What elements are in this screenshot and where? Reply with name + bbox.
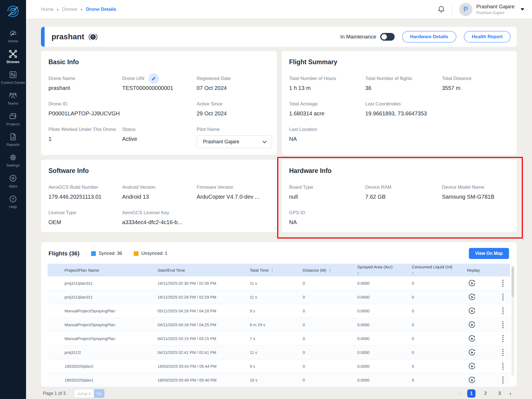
flight-project-plan: 18032025/plan2 xyxy=(65,364,158,369)
drone-name-title: prashant xyxy=(52,32,84,41)
table-row[interactable]: 18032025/plan1 18/03/2025 05:40 PM / 05:… xyxy=(48,373,510,387)
jump-to-input[interactable] xyxy=(74,389,94,398)
next-page-icon[interactable]: › xyxy=(510,391,511,397)
report-document-icon xyxy=(9,132,17,141)
basic-info-card: Basic Info Drone Name prashant Drone UIN… xyxy=(41,51,277,155)
col-total-time[interactable]: Total Time↑ xyxy=(250,268,303,273)
flight-sprayed-area: 0.0000 xyxy=(357,378,412,382)
view-on-map-button[interactable]: View On Map xyxy=(469,248,509,259)
breadcrumb: Home › Drones › Drone Details xyxy=(41,7,116,12)
flight-distance: 0 xyxy=(303,350,357,355)
flights-table-header: Project/Plan Name Start/End Time Total T… xyxy=(48,264,510,276)
breadcrumb-drones[interactable]: Drones xyxy=(62,7,77,12)
flight-project-plan: ManualProject/SprayingPlan xyxy=(65,323,158,327)
replay-icon[interactable] xyxy=(468,321,476,329)
table-row[interactable]: proj311/2 04/11/2025 02:41 PM / 02:41 PM… xyxy=(48,346,510,359)
health-report-button[interactable]: Health Report xyxy=(464,31,511,43)
flight-sprayed-area: 0.0000 xyxy=(357,281,412,286)
kebab-menu-icon[interactable] xyxy=(502,349,504,356)
edit-uin-pencil-icon[interactable] xyxy=(148,73,159,84)
field-gps-id: GPS ID NA xyxy=(289,210,365,226)
topbar: Home › Drones › Drone Details P Prashant… xyxy=(26,0,532,19)
kebab-menu-icon[interactable] xyxy=(502,321,504,329)
breadcrumb-drone-details[interactable]: Drone Details xyxy=(86,7,116,12)
page-button-1[interactable]: 1 xyxy=(467,389,476,398)
field-total-flights: Total Number of flights 36 xyxy=(365,76,442,91)
sidebar-item-help[interactable]: ? Help xyxy=(1,195,25,209)
notification-bell-icon[interactable] xyxy=(438,6,445,13)
sliders-icon xyxy=(9,70,17,79)
breadcrumb-home[interactable]: Home xyxy=(41,7,53,12)
info-icon[interactable] xyxy=(89,33,97,41)
replay-icon[interactable] xyxy=(468,279,476,287)
user-menu-chevron-down-icon[interactable] xyxy=(521,8,524,11)
replay-icon[interactable] xyxy=(468,376,476,384)
table-scrollbar[interactable] xyxy=(512,266,514,375)
flight-start-end-time: 18/11/2025 02:30 PM / 02:30 PM xyxy=(158,281,250,286)
page-button-2[interactable]: 2 xyxy=(481,389,490,398)
table-row[interactable]: ManualProject/SprayingPlan 04/11/2025 04… xyxy=(48,318,510,332)
app-logo[interactable] xyxy=(5,3,21,20)
replay-icon[interactable] xyxy=(468,348,476,357)
field-drone-name: Drone Name prashant xyxy=(48,76,122,91)
flight-distance: 0 xyxy=(303,336,357,341)
sidebar-item-drones[interactable]: Drones xyxy=(1,50,25,64)
sidebar-item-control-center[interactable]: Control Center xyxy=(1,70,25,85)
flight-project-plan: ManualProject/SprayingPlan xyxy=(65,309,158,313)
replay-icon[interactable] xyxy=(468,307,476,315)
flights-title: Flights (36) xyxy=(48,250,79,257)
chevron-down-icon xyxy=(263,139,267,145)
flight-distance: 0 xyxy=(303,281,357,286)
software-info-title: Software Info xyxy=(41,160,277,175)
table-row[interactable]: proj311/plan311 18/11/2025 02:30 PM / 02… xyxy=(48,276,510,290)
sort-arrow-icon: ↑ xyxy=(357,271,412,276)
col-sprayed-area[interactable]: Sprayed Area (Acr)↑ xyxy=(357,265,412,276)
folder-icon xyxy=(9,112,17,121)
go-button[interactable]: Go xyxy=(94,389,104,398)
hardware-details-button[interactable]: Hardware Details xyxy=(402,31,456,43)
col-start-end-time: Start/End Time xyxy=(158,268,250,273)
maintenance-toggle[interactable] xyxy=(380,33,395,41)
scrollbar-thumb[interactable] xyxy=(512,266,514,297)
replay-icon[interactable] xyxy=(468,335,476,343)
table-row[interactable]: 18032025/plan2 18/03/2025 05:43 PM / 05:… xyxy=(48,359,510,373)
kebab-menu-icon[interactable] xyxy=(502,293,504,301)
prev-page-icon[interactable]: ‹ xyxy=(460,391,461,397)
col-distance[interactable]: Distance (M)↑ xyxy=(303,268,357,273)
flight-total-time: 6 m 29 s xyxy=(250,323,303,327)
table-row[interactable]: ManualProject/SprayingPlan 04/11/2025 03… xyxy=(48,332,510,346)
sidebar-item-projects[interactable]: Projects xyxy=(1,112,25,127)
avatar[interactable]: P xyxy=(459,3,472,16)
kebab-menu-icon[interactable] xyxy=(502,362,504,370)
sidebar-item-label: Apps xyxy=(9,184,17,189)
col-consumed-liquid[interactable]: Consumed Liquid (ml)↑ xyxy=(412,265,467,276)
col-project-plan-name: Project/Plan Name xyxy=(65,268,158,273)
kebab-menu-icon[interactable] xyxy=(502,376,504,384)
sidebar-item-teams[interactable]: Teams xyxy=(1,91,25,106)
kebab-menu-icon[interactable] xyxy=(502,335,504,343)
page-button-3[interactable]: 3 xyxy=(495,389,504,398)
flight-project-plan: proj311/2 xyxy=(65,350,158,355)
flight-start-end-time: 18/03/2025 05:43 PM / 05:44 PM xyxy=(158,364,250,369)
flight-start-end-time: 05/11/2025 04:28 PM / 04:28 PM xyxy=(158,309,250,313)
breadcrumb-separator: › xyxy=(57,7,58,12)
flights-card: Flights (36) Synced: 36 Unsynced: 1 View… xyxy=(41,242,517,387)
flight-total-time: 9 s xyxy=(250,364,303,369)
col-replay: Replay xyxy=(467,268,495,273)
flight-summary-card: Flight Summary Total Number of Hours 1 h… xyxy=(282,51,517,155)
unsynced-legend-swatch xyxy=(134,251,138,256)
kebab-menu-icon[interactable] xyxy=(502,307,504,315)
pilot-name-select[interactable]: Prashant Gajare xyxy=(197,135,272,148)
table-row[interactable]: proj311/plan311 18/11/2025 02:28 PM / 02… xyxy=(48,290,510,304)
replay-icon[interactable] xyxy=(468,362,476,370)
plus-circle-icon xyxy=(9,174,17,183)
sidebar-item-reports[interactable]: Reports xyxy=(1,132,25,147)
sort-arrow-icon: ↑ xyxy=(329,268,331,273)
sidebar-item-apps[interactable]: Apps xyxy=(1,174,25,189)
replay-icon[interactable] xyxy=(468,293,476,301)
table-row[interactable]: ManualProject/SprayingPlan 05/11/2025 04… xyxy=(48,304,510,318)
sidebar-item-settings[interactable]: Settings xyxy=(1,153,25,168)
kebab-menu-icon[interactable] xyxy=(502,279,504,287)
flight-sprayed-area: 0.0000 xyxy=(357,364,412,369)
sidebar-item-home[interactable]: Home xyxy=(1,29,25,44)
